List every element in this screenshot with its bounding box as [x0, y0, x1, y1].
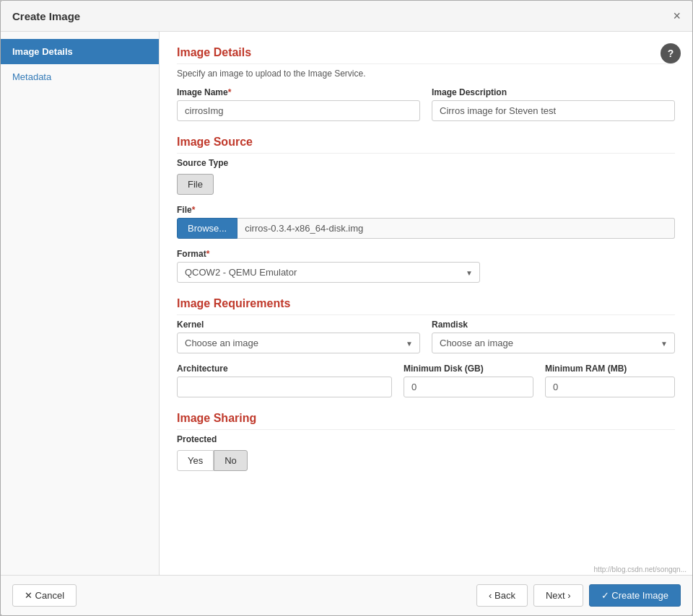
- protected-yes-button[interactable]: Yes: [177, 450, 214, 471]
- source-type-file-button[interactable]: File: [177, 174, 214, 195]
- image-description-group: Image Description: [432, 87, 675, 121]
- image-details-section: Image Details Specify an image to upload…: [177, 46, 675, 121]
- min-disk-group: Minimum Disk (GB): [404, 364, 533, 397]
- footer-right: ‹ Back Next › ✓ Create Image: [476, 584, 681, 607]
- architecture-input[interactable]: [177, 377, 392, 397]
- kernel-ramdisk-row: Kernel Choose an image Ramdisk Choose an…: [177, 320, 675, 353]
- image-name-label: Image Name*: [177, 87, 420, 97]
- modal-body: Image Details Metadata ? Image Details S…: [1, 32, 692, 575]
- protected-button-group: Yes No: [177, 450, 675, 471]
- image-source-title: Image Source: [177, 136, 675, 154]
- image-requirements-title: Image Requirements: [177, 297, 675, 315]
- ramdisk-select-wrapper: Choose an image: [432, 333, 675, 353]
- close-button[interactable]: ×: [673, 9, 681, 22]
- image-details-title: Image Details: [177, 46, 675, 64]
- image-description-label: Image Description: [432, 87, 675, 97]
- sidebar: Image Details Metadata: [1, 32, 160, 575]
- protected-label: Protected: [177, 434, 675, 444]
- main-content: ? Image Details Specify an image to uplo…: [160, 32, 692, 575]
- ramdisk-label: Ramdisk: [432, 320, 675, 330]
- file-label: File*: [177, 205, 675, 215]
- kernel-select[interactable]: Choose an image: [177, 333, 420, 353]
- source-type-label: Source Type: [177, 158, 675, 168]
- file-input-row: Browse... cirros-0.3.4-x86_64-disk.img: [177, 218, 675, 239]
- protected-no-button[interactable]: No: [214, 450, 248, 471]
- min-ram-label: Minimum RAM (MB): [545, 364, 675, 374]
- sidebar-item-metadata[interactable]: Metadata: [1, 64, 159, 89]
- kernel-select-wrapper: Choose an image: [177, 333, 420, 353]
- format-select-wrapper: QCOW2 - QEMU Emulator Raw VHD VMDK ISO O…: [177, 262, 480, 283]
- sidebar-item-image-details[interactable]: Image Details: [1, 39, 159, 64]
- arch-disk-ram-row: Architecture Minimum Disk (GB) Minimum R…: [177, 364, 675, 397]
- image-name-group: Image Name*: [177, 87, 420, 121]
- min-ram-input[interactable]: [545, 377, 675, 397]
- back-button[interactable]: ‹ Back: [476, 584, 528, 607]
- min-ram-group: Minimum RAM (MB): [545, 364, 675, 397]
- help-button[interactable]: ?: [661, 43, 681, 63]
- image-name-row: Image Name* Image Description: [177, 87, 675, 121]
- create-image-button[interactable]: ✓ Create Image: [589, 584, 681, 607]
- image-sharing-section: Image Sharing Protected Yes No: [177, 412, 675, 471]
- min-disk-label: Minimum Disk (GB): [404, 364, 533, 374]
- ramdisk-group: Ramdisk Choose an image: [432, 320, 675, 353]
- image-sharing-title: Image Sharing: [177, 412, 675, 430]
- architecture-label: Architecture: [177, 364, 392, 374]
- kernel-group: Kernel Choose an image: [177, 320, 420, 353]
- ramdisk-select[interactable]: Choose an image: [432, 333, 675, 353]
- architecture-group: Architecture: [177, 364, 392, 397]
- min-disk-input[interactable]: [404, 377, 533, 397]
- image-source-section: Image Source Source Type File File* Brow…: [177, 136, 675, 283]
- image-details-subtitle: Specify an image to upload to the Image …: [177, 69, 675, 79]
- modal-footer: ✕ Cancel ‹ Back Next › ✓ Create Image: [1, 575, 692, 615]
- watermark: http://blog.csdn.net/songqn...: [594, 566, 687, 573]
- kernel-label: Kernel: [177, 320, 420, 330]
- footer-left: ✕ Cancel: [12, 584, 77, 607]
- format-label: Format*: [177, 249, 480, 259]
- protected-group: Protected Yes No: [177, 434, 675, 471]
- source-type-group: Source Type File: [177, 158, 675, 195]
- image-requirements-section: Image Requirements Kernel Choose an imag…: [177, 297, 675, 397]
- file-group: File* Browse... cirros-0.3.4-x86_64-disk…: [177, 205, 675, 239]
- next-button[interactable]: Next ›: [533, 584, 583, 607]
- modal-title: Create Image: [12, 10, 80, 22]
- modal-header: Create Image ×: [1, 1, 692, 32]
- image-name-input[interactable]: [177, 100, 420, 121]
- format-group: Format* QCOW2 - QEMU Emulator Raw VHD VM…: [177, 249, 480, 283]
- create-image-modal: Create Image × Image Details Metadata ? …: [0, 0, 693, 616]
- format-select[interactable]: QCOW2 - QEMU Emulator Raw VHD VMDK ISO O…: [177, 262, 480, 283]
- browse-button[interactable]: Browse...: [177, 218, 237, 239]
- file-name-display: cirros-0.3.4-x86_64-disk.img: [237, 218, 675, 239]
- cancel-button[interactable]: ✕ Cancel: [12, 584, 77, 607]
- image-description-input[interactable]: [432, 100, 675, 121]
